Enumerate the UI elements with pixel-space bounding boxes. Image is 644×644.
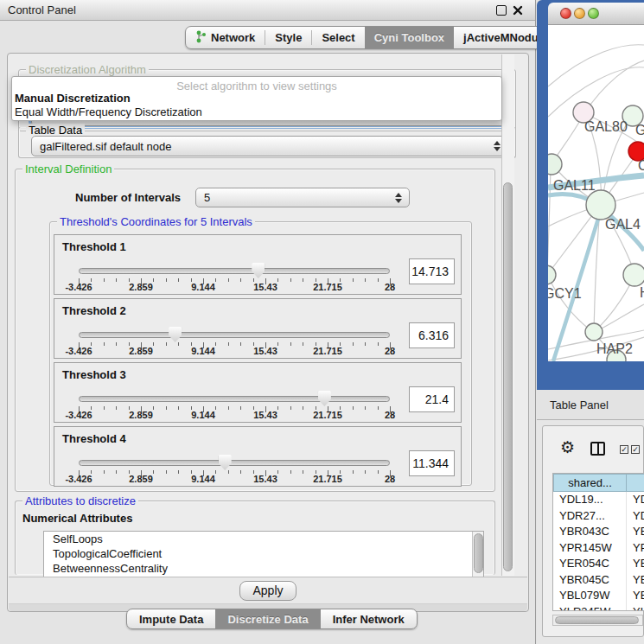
table-cell[interactable]: YBR0 — [627, 524, 644, 540]
group-title: Attributes to discretize — [22, 494, 138, 507]
threshold-value-field[interactable]: 11.344 — [409, 450, 455, 476]
table-cell[interactable]: YPR1 — [627, 540, 644, 557]
slider-thumb[interactable] — [318, 391, 331, 406]
network-edge[interactable] — [548, 166, 551, 273]
threshold-value-field[interactable]: 14.713 — [409, 258, 455, 284]
numerical-attributes-list[interactable]: SelfLoopsTopologicalCoefficientBetweenne… — [43, 531, 484, 579]
node-label: HAP2 — [596, 341, 633, 356]
node-gcy1[interactable] — [548, 265, 556, 284]
table-cell[interactable]: YER0 — [627, 556, 644, 572]
slider-track[interactable] — [79, 396, 390, 402]
slider-thumb[interactable] — [252, 263, 265, 278]
threshold-panel: Threshold 2-3.4262.8599.14415.4321.71528… — [54, 298, 462, 359]
number-of-intervals-combobox[interactable]: 5 — [195, 188, 410, 207]
slider-tick-label: 9.144 — [191, 410, 215, 420]
table-row[interactable]: YBL079WYBL0 — [553, 588, 644, 604]
attribute-list-item[interactable]: TopologicalCoefficient — [44, 546, 483, 561]
table-panel-title: Table Panel — [550, 399, 609, 411]
table-cell[interactable]: YBL079W — [553, 588, 627, 604]
node-label: GCY1 — [548, 286, 582, 301]
slider-track[interactable] — [79, 332, 390, 338]
table-cell[interactable]: YER054C — [553, 556, 627, 572]
tab-select[interactable]: Select — [312, 27, 364, 48]
tab-infer-network[interactable]: Infer Network — [321, 609, 417, 628]
panel-scrollbar[interactable] — [501, 54, 514, 576]
threshold-value-field[interactable]: 21.4 — [409, 386, 455, 412]
table-row[interactable]: YLR345WYLR3 — [553, 604, 644, 612]
dropdown-placeholder: Select algorithm to view settings — [12, 80, 501, 92]
table-cell[interactable]: YBR045C — [553, 572, 627, 589]
table-cell[interactable]: YDR27... — [553, 508, 627, 525]
table-cell[interactable]: YBR0 — [627, 572, 644, 589]
window-title: Control Panel — [8, 3, 76, 16]
slider-tick-label: 28 — [385, 474, 395, 484]
network-edge[interactable] — [548, 45, 644, 86]
tab-discretize-data[interactable]: Discretize Data — [215, 609, 320, 628]
table-cell[interactable]: YLR345W — [553, 604, 627, 612]
gear-icon[interactable]: ⚙ — [560, 439, 575, 456]
slider-tick-label: 28 — [385, 346, 395, 356]
table-row[interactable]: YBR045CYBR0 — [553, 572, 644, 589]
node-label: C — [638, 158, 644, 173]
table-cell[interactable]: YBR043C — [553, 524, 627, 540]
threshold-value-field[interactable]: 6.316 — [409, 322, 455, 348]
attribute-list-item[interactable]: SelfLoops — [44, 532, 483, 546]
dropdown-option-equal-width-frequency[interactable]: Equal Width/Frequency Discretization — [15, 105, 202, 118]
network-edge[interactable] — [600, 304, 644, 329]
control-panel-titlebar: Control Panel — [0, 0, 535, 21]
slider-tick-label: 9.144 — [191, 346, 215, 356]
table-hscrollbar[interactable] — [552, 615, 643, 626]
slider-tick-label: -3.426 — [65, 410, 92, 420]
slider-track[interactable] — [79, 460, 390, 466]
table-column-header[interactable]: shared... — [553, 474, 627, 492]
network-canvas[interactable]: GAL80GACGAL11GAL4GCY1HHAP2 — [548, 25, 644, 361]
table-column-header[interactable]: na — [627, 474, 644, 492]
node-h[interactable] — [623, 264, 644, 286]
slider-thumb[interactable] — [219, 455, 232, 470]
slider-track[interactable] — [79, 268, 390, 274]
node-gal11[interactable] — [548, 154, 562, 175]
node-attribute-table[interactable]: shared...na YDL19...YDL1YDR27...YDR2YBR0… — [552, 473, 644, 611]
close-traffic-light[interactable] — [560, 8, 571, 19]
slider-tick-label: 21.715 — [313, 474, 342, 484]
zoom-traffic-light[interactable] — [588, 8, 599, 19]
node-gal4[interactable] — [586, 190, 615, 220]
attributes-group: Attributes to discretize Numerical Attri… — [15, 501, 495, 575]
slider-tick-label: 28 — [385, 282, 395, 292]
tab-impute-data[interactable]: Impute Data — [127, 609, 215, 628]
minimize-traffic-light[interactable] — [574, 8, 585, 19]
columns-icon[interactable] — [590, 442, 605, 456]
slider-thumb[interactable] — [169, 327, 182, 342]
slider-tick-label: 15.43 — [253, 346, 277, 356]
slider-tick-label: 2.859 — [129, 410, 153, 420]
table-data-combobox[interactable]: galFiltered.sif default node — [31, 136, 508, 156]
float-window-icon[interactable] — [496, 5, 507, 16]
dropdown-option-manual-discretization[interactable]: Manual Discretization — [15, 92, 131, 105]
table-cell[interactable]: YLR3 — [627, 604, 644, 612]
node-hap2[interactable] — [585, 323, 603, 341]
list-scrollbar[interactable] — [472, 532, 483, 578]
close-icon[interactable] — [513, 5, 523, 16]
tab-cyni-toolbox[interactable]: Cyni Toolbox — [365, 27, 454, 48]
checkbox-icon[interactable]: ✓ — [631, 445, 640, 454]
table-cell[interactable]: YDL19... — [553, 492, 627, 508]
table-row[interactable]: YPR145WYPR1 — [553, 540, 644, 557]
table-cell[interactable]: YBL0 — [627, 588, 644, 604]
attribute-list-item[interactable]: BetweennessCentrality — [44, 561, 483, 576]
table-cell[interactable]: YPR145W — [553, 540, 627, 557]
tab-style[interactable]: Style — [265, 27, 311, 48]
algorithm-dropdown-popup: Select algorithm to view settings Manual… — [11, 76, 502, 121]
table-row[interactable]: YBR043CYBR0 — [553, 524, 644, 540]
apply-button[interactable]: Apply — [239, 581, 296, 601]
table-cell[interactable]: YDR2 — [627, 508, 644, 525]
checkbox-icon[interactable]: ✓ — [620, 445, 628, 454]
table-row[interactable]: YDR27...YDR2 — [553, 508, 644, 525]
node-label: GA — [635, 123, 644, 137]
table-row[interactable]: YDL19...YDL1 — [553, 492, 644, 508]
table-row[interactable]: YER054CYER0 — [553, 556, 644, 572]
group-title: Table Data — [26, 124, 85, 137]
slider-tick-label: -3.426 — [65, 282, 92, 292]
threshold-panel: Threshold 4-3.4262.8599.14415.4321.71528… — [54, 426, 462, 487]
tab-network[interactable]: Network — [186, 27, 265, 48]
table-cell[interactable]: YDL1 — [627, 492, 644, 508]
